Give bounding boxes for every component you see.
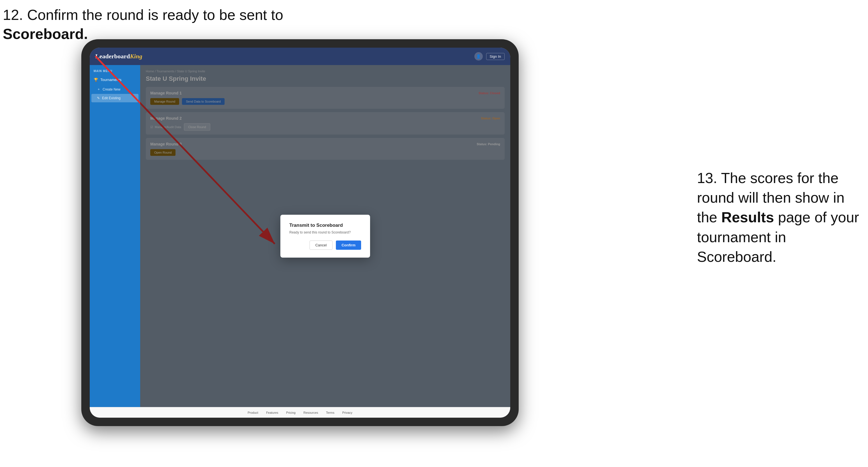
header-right: 👤 Sign In (474, 52, 505, 61)
tablet-screen: LeaderboardKing 👤 Sign In MAIN MENU 🏆 To… (90, 48, 510, 418)
logo-main: Leaderboard (95, 53, 130, 60)
step-13-annotation: 13. The scores for the round will then s… (697, 168, 860, 267)
logo-text: LeaderboardKing (95, 53, 142, 60)
app-header: LeaderboardKing 👤 Sign In (90, 48, 510, 65)
footer-link-product[interactable]: Product (248, 411, 258, 414)
footer-link-features[interactable]: Features (266, 411, 278, 414)
footer-link-privacy[interactable]: Privacy (342, 411, 352, 414)
sidebar-item-tournaments[interactable]: 🏆 Tournaments (90, 75, 140, 85)
transmit-modal: Transmit to Scoreboard Ready to send thi… (280, 215, 370, 258)
edit-icon: ✎ (97, 96, 100, 100)
footer-link-terms[interactable]: Terms (326, 411, 335, 414)
cancel-button[interactable]: Cancel (310, 241, 333, 250)
sidebar-item-create-new[interactable]: ＋ Create New (90, 85, 140, 94)
tournaments-label: Tournaments (100, 77, 121, 82)
app-footer: Product Features Pricing Resources Terms… (90, 407, 510, 418)
step-12-annotation: 12. Confirm the round is ready to be sen… (3, 6, 283, 43)
plus-icon: ＋ (97, 87, 100, 92)
user-icon[interactable]: 👤 (474, 52, 483, 61)
sign-in-button[interactable]: Sign In (486, 53, 505, 60)
main-menu-label: MAIN MENU (90, 69, 140, 75)
logo-area: LeaderboardKing (95, 53, 142, 60)
modal-title: Transmit to Scoreboard (289, 223, 361, 228)
step12-text: 12. Confirm the round is ready to be sen… (3, 7, 283, 23)
modal-buttons: Cancel Confirm (289, 241, 361, 250)
modal-overlay: Transmit to Scoreboard Ready to send thi… (140, 65, 510, 407)
trophy-icon: 🏆 (94, 77, 98, 82)
main-area: MAIN MENU 🏆 Tournaments ＋ Create New ✎ E… (90, 65, 510, 407)
sidebar: MAIN MENU 🏆 Tournaments ＋ Create New ✎ E… (90, 65, 140, 407)
step12-bold: Scoreboard. (3, 26, 88, 42)
step13-bold: Results (721, 209, 774, 225)
create-new-label: Create New (103, 88, 120, 91)
sidebar-item-edit-existing[interactable]: ✎ Edit Existing (91, 94, 138, 102)
footer-link-resources[interactable]: Resources (303, 411, 318, 414)
confirm-button[interactable]: Confirm (336, 241, 361, 250)
footer-link-pricing[interactable]: Pricing (286, 411, 296, 414)
logo-king: King (130, 53, 142, 60)
tablet-device: LeaderboardKing 👤 Sign In MAIN MENU 🏆 To… (81, 39, 519, 426)
modal-subtitle: Ready to send this round to Scoreboard? (289, 230, 361, 234)
content-area: Home / Tournaments / State U Spring Invi… (140, 65, 510, 407)
user-avatar-icon: 👤 (476, 54, 481, 59)
edit-existing-label: Edit Existing (102, 96, 121, 100)
